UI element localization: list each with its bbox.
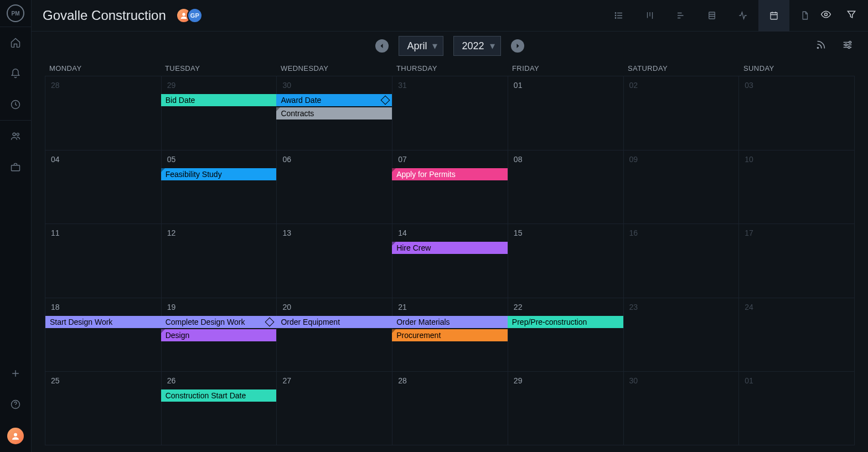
eye-icon — [820, 9, 831, 20]
day-number: 22 — [514, 303, 618, 311]
day-cell[interactable]: 24 — [738, 298, 854, 371]
day-cell[interactable]: 03 — [738, 76, 854, 150]
day-cell[interactable]: 11 — [45, 224, 161, 297]
project-title: Govalle Construction — [43, 8, 166, 23]
calendar-week: 11121314151617Hire Crew — [45, 224, 854, 297]
day-cell[interactable]: 01 — [508, 76, 623, 150]
nav-user-avatar[interactable] — [7, 428, 24, 444]
filter-icon — [846, 9, 857, 20]
avatar-group[interactable]: GP — [176, 8, 203, 23]
calendar-event[interactable]: Feasibility Study — [161, 168, 277, 180]
sliders-icon — [841, 39, 854, 51]
calendar-event[interactable]: Start Design Work — [45, 316, 161, 328]
dow-header: THURSDAY — [392, 60, 508, 76]
event-label: Contracts — [281, 109, 314, 118]
day-cell[interactable]: 05 — [161, 150, 277, 224]
day-cell[interactable]: 16 — [623, 224, 739, 297]
day-cell[interactable]: 14 — [392, 224, 508, 297]
chevron-left-icon — [379, 43, 385, 49]
svg-point-9 — [615, 15, 616, 16]
day-cell[interactable]: 20 — [276, 298, 392, 371]
dow-header: MONDAY — [45, 60, 161, 76]
calendar-event[interactable]: Order Equipment — [276, 316, 392, 328]
visibility-toggle[interactable] — [820, 9, 831, 22]
day-cell[interactable]: 28 — [45, 76, 161, 150]
nav-home[interactable] — [0, 27, 32, 58]
view-files[interactable] — [789, 0, 820, 32]
day-number: 31 — [398, 81, 502, 90]
svg-rect-3 — [12, 165, 20, 171]
day-cell[interactable]: 28 — [392, 372, 508, 445]
day-cell[interactable]: 29 — [508, 372, 623, 445]
day-cell[interactable]: 17 — [738, 224, 854, 297]
svg-point-13 — [825, 13, 828, 16]
feed-button[interactable] — [815, 39, 827, 53]
day-cell[interactable]: 31 — [392, 76, 508, 150]
nav-alerts[interactable] — [0, 58, 32, 89]
view-calendar[interactable] — [758, 0, 789, 32]
view-gantt[interactable] — [665, 0, 696, 32]
prev-month-button[interactable] — [375, 39, 389, 53]
view-sheet[interactable] — [696, 0, 727, 32]
calendar-event[interactable]: Procurement — [392, 329, 508, 341]
view-board[interactable] — [634, 0, 665, 32]
day-cell[interactable]: 10 — [738, 150, 854, 224]
calendar-event[interactable]: Hire Crew — [392, 242, 508, 254]
year-select[interactable]: 2022 ▾ — [453, 36, 500, 56]
day-cell[interactable]: 07 — [392, 150, 508, 224]
event-label: Hire Crew — [396, 243, 431, 252]
event-label: Apply for Permits — [396, 170, 456, 179]
day-number: 29 — [514, 376, 618, 385]
app-logo[interactable]: PM — [7, 4, 24, 22]
day-cell[interactable]: 26 — [161, 372, 277, 445]
day-cell[interactable]: 27 — [276, 372, 392, 445]
year-label: 2022 — [462, 40, 484, 52]
calendar-toolbar: April ▾ 2022 ▾ — [32, 32, 868, 60]
event-label: Construction Start Date — [166, 391, 246, 400]
filter-button[interactable] — [846, 9, 857, 22]
svg-point-2 — [17, 133, 19, 136]
calendar-event[interactable]: Apply for Permits — [392, 168, 508, 180]
calendar-event[interactable]: Bid Date — [161, 94, 277, 106]
milestone-diamond-icon — [381, 96, 390, 105]
calendar-event[interactable]: Construction Start Date — [161, 389, 277, 402]
day-cell[interactable]: 09 — [623, 150, 739, 224]
toolbar-right — [815, 32, 854, 60]
calendar-event[interactable]: Contracts — [276, 107, 392, 120]
nav-help[interactable] — [0, 389, 32, 420]
day-number: 11 — [51, 228, 156, 237]
nav-add[interactable] — [0, 358, 32, 389]
calendar-event[interactable]: Order Materials — [392, 316, 508, 328]
day-number: 19 — [167, 303, 271, 311]
day-cell[interactable]: 08 — [508, 150, 623, 224]
event-label: Order Equipment — [281, 318, 340, 326]
day-cell[interactable]: 04 — [45, 150, 161, 224]
settings-button[interactable] — [841, 39, 854, 53]
month-select[interactable]: April ▾ — [399, 36, 443, 56]
nav-team[interactable] — [0, 121, 32, 152]
nav-recent[interactable] — [0, 89, 32, 120]
calendar-event[interactable]: Award Date — [276, 94, 392, 106]
day-cell[interactable]: 22 — [508, 298, 623, 371]
day-cell[interactable]: 15 — [508, 224, 623, 297]
day-cell[interactable]: 13 — [276, 224, 392, 297]
day-cell[interactable]: 30 — [623, 372, 739, 445]
view-list[interactable] — [603, 0, 634, 32]
next-month-button[interactable] — [511, 39, 524, 53]
nav-projects[interactable] — [0, 152, 32, 183]
avatar-user-2[interactable]: GP — [187, 8, 203, 23]
day-cell[interactable]: 29 — [161, 76, 277, 150]
day-number: 14 — [398, 228, 502, 237]
calendar-event[interactable]: Complete Design Work — [161, 316, 277, 328]
header: Govalle Construction GP — [32, 0, 868, 32]
day-cell[interactable]: 18 — [45, 298, 161, 371]
day-cell[interactable]: 25 — [45, 372, 161, 445]
calendar-event[interactable]: Design — [161, 329, 277, 341]
day-cell[interactable]: 01 — [738, 372, 854, 445]
day-cell[interactable]: 06 — [276, 150, 392, 224]
calendar-event[interactable]: Prep/Pre-construction — [508, 316, 623, 328]
day-cell[interactable]: 12 — [161, 224, 277, 297]
day-cell[interactable]: 02 — [623, 76, 739, 150]
day-cell[interactable]: 23 — [623, 298, 739, 371]
view-dashboard[interactable] — [727, 0, 758, 32]
